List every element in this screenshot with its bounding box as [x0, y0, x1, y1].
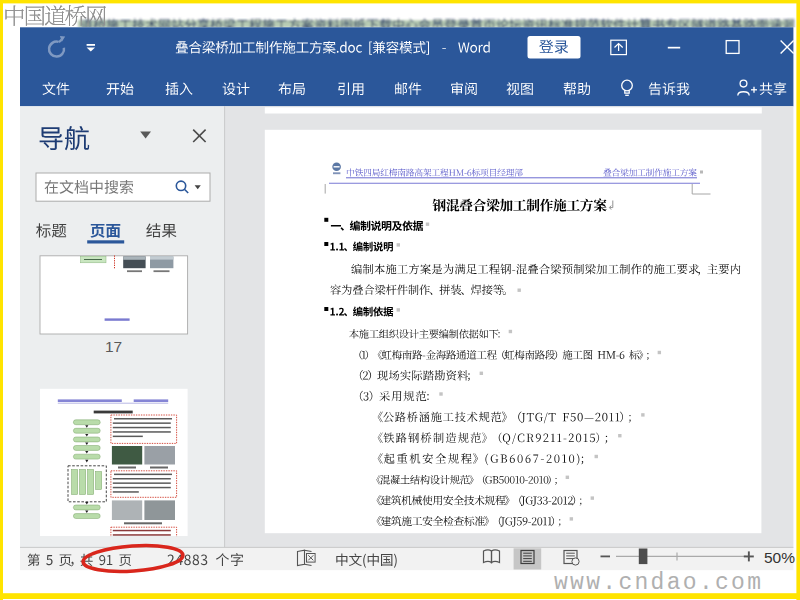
svg-text:17: 17 [105, 338, 122, 355]
svg-text:www.cndao.com: www.cndao.com [554, 570, 763, 596]
svg-text:50%: 50% [764, 549, 795, 566]
